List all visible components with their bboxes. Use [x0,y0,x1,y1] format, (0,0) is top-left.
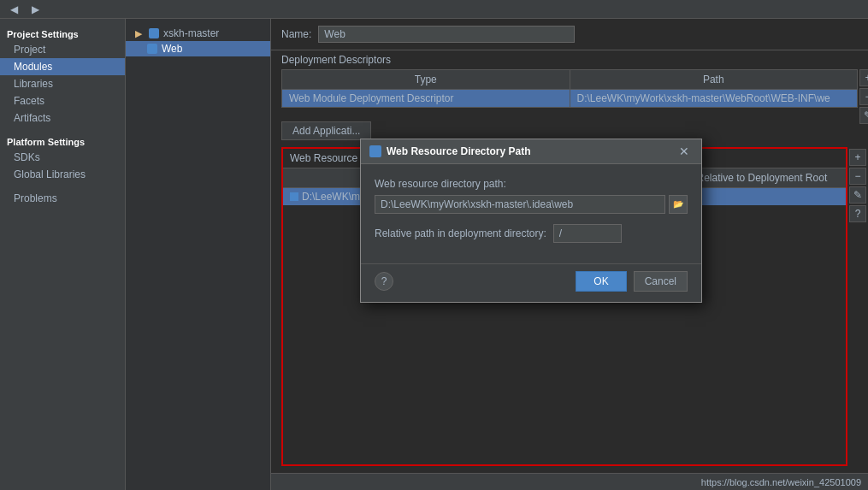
deployment-table-header: Type Path [282,70,857,90]
dialog-close-button[interactable]: ✕ [676,145,693,158]
path-cell: D:\LeeWK\myWork\xskh-master\WebRoot\WEB-… [570,90,858,107]
name-row: Name: [271,19,868,50]
dialog-help-button[interactable]: ? [375,272,393,291]
module-root-icon [148,27,160,39]
sidebar-item-global-libraries[interactable]: Global Libraries [0,166,125,183]
deployment-table: Type Path Web Module Deployment Descript… [281,69,858,108]
folder-icon: ▶ [133,27,145,39]
dialog-action-buttons: OK Cancel [576,271,688,292]
status-url: https://blog.csdn.net/weixin_42501009 [701,477,861,487]
sidebar-item-libraries[interactable]: Libraries [0,75,125,92]
tree-child-label: Web [162,43,182,55]
dialog-rel-label: Relative path in deployment directory: [375,227,546,239]
dialog-path-row: 📂 [375,195,688,214]
dialog-ok-button[interactable]: OK [576,271,626,292]
dialog-path-input[interactable] [375,195,665,214]
wrd-help-button[interactable]: ? [849,205,866,222]
forward-button[interactable]: ▶ [28,2,43,17]
add-application-button[interactable]: Add Applicati... [281,121,371,140]
main-layout: Project Settings Project Modules Librari… [0,19,868,490]
dialog-cancel-button[interactable]: Cancel [634,271,688,292]
wrd-edit-button[interactable]: ✎ [849,186,866,204]
platform-settings-title: Platform Settings [0,133,125,149]
path-column-header: Path [570,70,858,89]
dialog-field-label: Web resource directory path: [375,178,688,190]
module-child-icon [146,43,158,55]
module-tree: ▶ xskh-master Web [126,19,271,490]
sidebar-item-project[interactable]: Project [0,41,125,58]
table-row[interactable]: Web Module Deployment Descriptor D:\LeeW… [282,90,857,107]
sidebar-item-sdks[interactable]: SDKs [0,149,125,166]
back-button[interactable]: ◀ [7,2,21,17]
dialog-title: Web Resource Directory Path [369,145,531,157]
tree-root[interactable]: ▶ xskh-master [126,26,270,41]
dialog-title-icon [369,145,381,157]
sidebar-item-modules[interactable]: Modules [0,58,125,75]
wrd-add-button[interactable]: + [849,149,866,166]
dialog-title-text: Web Resource Directory Path [387,145,531,157]
sidebar-item-problems[interactable]: Problems [0,190,125,207]
dialog-browse-button[interactable]: 📂 [669,195,688,214]
deployment-descriptors-header: Deployment Descriptors [271,50,868,69]
type-cell: Web Module Deployment Descriptor [282,90,570,107]
sidebar-item-facets[interactable]: Facets [0,92,125,109]
project-settings-title: Project Settings [0,26,125,41]
name-label: Name: [281,28,311,40]
sidebar-item-artifacts[interactable]: Artifacts [0,109,125,127]
folder-small-icon [290,192,298,201]
status-bar: https://blog.csdn.net/weixin_42501009 [271,473,868,490]
dd-add-button[interactable]: + [859,69,868,86]
dialog-rel-row: Relative path in deployment directory: [375,224,688,243]
dialog-rel-input[interactable] [553,224,622,243]
dd-edit-button[interactable]: ✎ [859,107,868,124]
type-column-header: Type [282,70,570,89]
dialog: Web Resource Directory Path ✕ Web resour… [360,139,702,303]
content-area: ▶ xskh-master Web Name: Deployment Descr… [126,19,868,490]
dd-remove-button[interactable]: − [859,88,868,105]
dialog-body: Web resource directory path: 📂 Relative … [361,164,701,263]
tree-root-label: xskh-master [163,27,219,39]
dialog-title-bar: Web Resource Directory Path ✕ [361,139,701,164]
wrd-side-buttons: + − ✎ ? [849,149,866,222]
tree-child-web[interactable]: Web [126,41,270,56]
sidebar: Project Settings Project Modules Librari… [0,19,126,490]
wrd-remove-button[interactable]: − [849,168,866,185]
name-input[interactable] [318,26,575,43]
top-bar: ◀ ▶ [0,0,868,19]
dd-side-buttons: + − ✎ [859,69,868,124]
dialog-footer: ? OK Cancel [361,263,701,302]
